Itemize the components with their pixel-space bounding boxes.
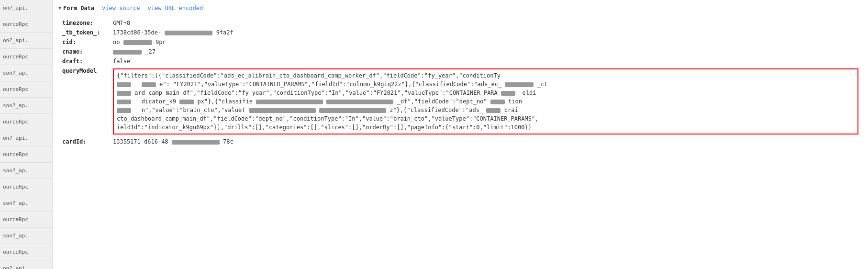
timezone-row: timezone: GMT+8 xyxy=(62,18,858,28)
cid-row: cid: no 9pr xyxy=(62,37,858,47)
redacted-block xyxy=(326,100,393,104)
sidebar-item-14[interactable]: son?_ap. xyxy=(0,228,52,244)
redacted-block xyxy=(117,91,131,96)
sidebar-item-8[interactable]: on?_api. xyxy=(0,130,52,146)
redacted-block xyxy=(113,50,142,55)
redacted-block xyxy=(117,108,131,113)
sidebar-item-3[interactable]: ourceRpc xyxy=(0,49,52,65)
card-id-field-value: 13355171-d616-48 78c xyxy=(113,138,858,145)
draft-row: draft: false xyxy=(62,56,858,66)
sidebar-item-15[interactable]: ourceRpc xyxy=(0,244,52,260)
sidebar-item-11[interactable]: ourceRpc xyxy=(0,179,52,195)
query-model-line-1: {"filters":[{"classifiedCode":"ads_ec_al… xyxy=(117,71,855,80)
card-id-row: cardId: 13355171-d616-48 78c xyxy=(62,137,858,146)
draft-field-value: false xyxy=(113,58,858,65)
sidebar-item-9[interactable]: ourceRpc xyxy=(0,146,52,163)
draft-field-name: draft: xyxy=(62,58,110,65)
card-id-field-name: cardId: xyxy=(62,138,110,145)
redacted-block xyxy=(123,40,152,45)
form-data-title: ▼ Form Data xyxy=(58,5,94,11)
sidebar-item-13[interactable]: ourceRpc xyxy=(0,212,52,228)
redacted-block xyxy=(256,100,323,104)
query-model-line-3: ard_camp_main_df","fieldCode":"fy_year",… xyxy=(117,89,855,97)
form-data-header: ▼ Form Data view source view URL encoded xyxy=(53,0,868,16)
sidebar-item-1[interactable]: ourceRpc xyxy=(0,16,52,33)
sidebar-item-10[interactable]: son?_ap. xyxy=(0,163,52,179)
main-panel: ▼ Form Data view source view URL encoded… xyxy=(53,0,868,269)
query-model-value: {"filters":[{"classifiedCode":"ads_ec_al… xyxy=(113,68,858,134)
redacted-block xyxy=(319,108,386,113)
query-model-row: queryModel {"filters":[{"classifiedCode"… xyxy=(62,66,858,137)
query-model-line-7: ieldId":"indicator_k9gu69px"}],"drills":… xyxy=(117,123,855,132)
redacted-block xyxy=(142,82,156,87)
redacted-block xyxy=(249,108,316,113)
redacted-block xyxy=(179,100,194,104)
redacted-block xyxy=(505,82,534,87)
redacted-block xyxy=(490,100,505,104)
sidebar-item-2[interactable]: on?_api. xyxy=(0,33,52,49)
query-model-line-5: n","value":"brain_cto","valueT z"},{"cla… xyxy=(117,106,855,114)
query-model-line-6: cto_dashboard_camp_main_df","fieldCode":… xyxy=(117,114,855,123)
query-model-field-name: queryModel xyxy=(62,67,110,74)
expand-triangle-icon: ▼ xyxy=(58,5,61,11)
timezone-field-name: timezone: xyxy=(62,20,110,26)
cname-field-name: cname: xyxy=(62,48,110,55)
redacted-block xyxy=(501,91,515,96)
tb-token-field-name: _tb_token_: xyxy=(62,29,110,36)
redacted-block xyxy=(165,31,212,35)
cname-row: cname: _27 xyxy=(62,47,858,56)
query-model-line-4: dicator_k9 px"},{"classifie _df","fieldC… xyxy=(117,97,855,106)
redacted-block xyxy=(117,82,131,87)
sidebar-item-7[interactable]: ourceRpc xyxy=(0,114,52,130)
tb-token-row: _tb_token_: 1738cd86-35de- 9fa2f xyxy=(62,28,858,37)
sidebar-item-5[interactable]: ourceRpc xyxy=(0,81,52,98)
cid-field-value: no 9pr xyxy=(113,39,858,45)
sidebar-item-6[interactable]: son?_ap. xyxy=(0,98,52,114)
cname-field-value: _27 xyxy=(113,48,858,55)
form-data-rows: timezone: GMT+8 _tb_token_: 1738cd86-35d… xyxy=(53,16,868,148)
sidebar-item-4[interactable]: son?_ap. xyxy=(0,65,52,81)
redacted-block xyxy=(117,100,131,104)
cid-field-name: cid: xyxy=(62,39,110,45)
query-model-line-2: e": "FY2021","valueType":"CONTAINER_PARA… xyxy=(117,80,855,89)
sidebar: on?_api. ourceRpc on?_api. ourceRpc son?… xyxy=(0,0,53,269)
redacted-block xyxy=(486,108,501,113)
redacted-block xyxy=(172,140,220,145)
tb-token-field-value: 1738cd86-35de- 9fa2f xyxy=(113,29,858,36)
sidebar-item-12[interactable]: son?_ap. xyxy=(0,195,52,212)
sidebar-item-16[interactable]: on?_api. xyxy=(0,260,52,269)
timezone-field-value: GMT+8 xyxy=(113,20,858,26)
view-source-link[interactable]: view source xyxy=(102,5,140,11)
view-url-encoded-link[interactable]: view URL encoded xyxy=(148,5,203,11)
sidebar-item-0[interactable]: on?_api. xyxy=(0,0,52,16)
